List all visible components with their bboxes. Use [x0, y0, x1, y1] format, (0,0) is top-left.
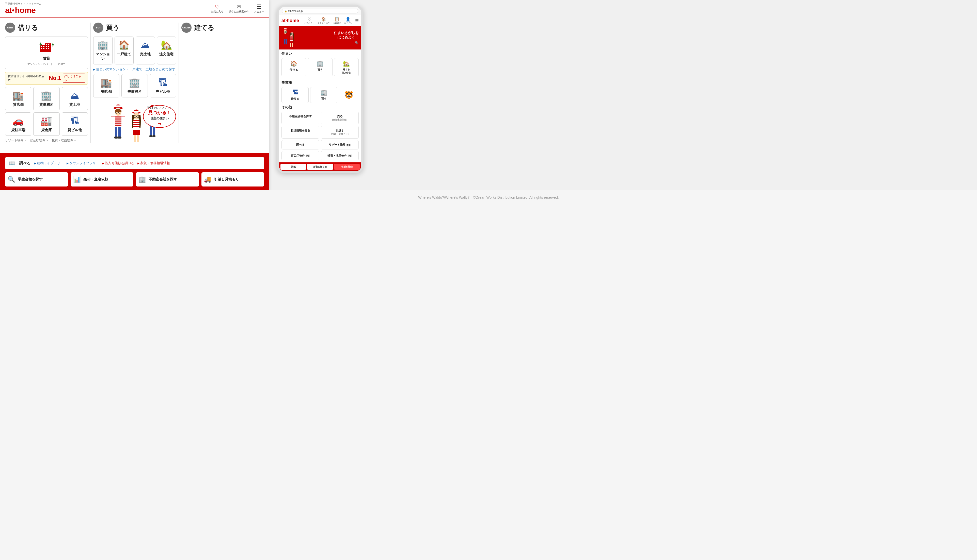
phone-biz-rent-card[interactable]: 🏗 借りる	[281, 87, 309, 103]
rent-building-card[interactable]: 🏗 貸ビル他	[62, 112, 88, 136]
phone-buy-card[interactable]: 🏢 買う	[308, 58, 332, 77]
truck-icon: 🚚	[204, 176, 212, 183]
research-links: 建物ライブラリー タウンライブラリー 借入可能額を調べる 家賃・価格相場情報	[34, 161, 170, 165]
svg-marker-12	[39, 42, 42, 45]
svg-rect-19	[116, 107, 120, 108]
student-hall-label: 学生会館を探す	[18, 177, 43, 182]
price-info-link[interactable]: 家賃・価格相場情報	[137, 161, 170, 165]
svg-rect-49	[133, 124, 139, 125]
buy-custom-card[interactable]: 🏡 注文住宅	[157, 37, 176, 65]
buy-office-card[interactable]: 🏢 売事務所	[121, 74, 147, 97]
rent-badge: RENT	[5, 23, 15, 33]
sell-appraise-card[interactable]: 📊 売却・査定依頼	[70, 172, 134, 187]
rent-land-card[interactable]: ⛰ 貸土地	[62, 87, 88, 110]
phone-research-btn[interactable]: 調べる	[281, 140, 320, 150]
rent-parking-card[interactable]: 🚗 貸駐車場	[5, 112, 31, 136]
rent-office-label: 貸事務所	[39, 103, 54, 107]
header-left: 不動産情報サイト アットホーム at home	[5, 2, 42, 15]
buy-house-card[interactable]: 🏠 一戸建て	[115, 37, 134, 65]
saved-search-nav[interactable]: ✉ 保存した検索条件	[229, 4, 249, 13]
site-header: 不動産情報サイト アットホーム at home ♡ お気に入り ✉ 保存した検索…	[0, 0, 269, 18]
logo[interactable]: at home	[5, 6, 42, 15]
logo-dot	[12, 9, 14, 12]
gov-link[interactable]: 官公庁物件	[30, 138, 48, 143]
phone-market-btn[interactable]: 相場情報を見る	[281, 126, 320, 138]
bottom-section: 📖 調べる 建物ライブラリー タウンライブラリー 借入可能額を調べる 家賃・価格…	[0, 153, 269, 190]
phone-house-icon: 🏠	[290, 60, 297, 67]
phone-sell-btn[interactable]: 売る (売却査定依頼)	[321, 112, 359, 124]
phone-biz-buy-card[interactable]: 🏢 買う	[310, 87, 337, 103]
phone-logo[interactable]: at·home	[281, 18, 299, 23]
phone-listing-btn[interactable]: 掲載	[281, 164, 306, 170]
phone-fav-icon[interactable]: ♡ お気に入り	[304, 17, 315, 25]
phone-move-btn[interactable]: 引越す (引越し見積もり)	[321, 126, 359, 138]
phone-resort-btn[interactable]: リゾート物件 PC	[321, 140, 359, 150]
phone-nav-icons: ♡ お気に入り 🏠 最近見た物件 📋 検索履歴 👤 ログイン	[304, 17, 359, 25]
no1-detail-link[interactable]: 詳しくはこちら	[63, 73, 85, 83]
svg-rect-52	[134, 135, 136, 142]
phone-gov-btn[interactable]: 官公庁物件 PC	[281, 151, 320, 160]
phone-custom-icon: 🏡	[343, 60, 350, 67]
phone-build-card[interactable]: 🏡 建てる(注文住宅)	[334, 58, 359, 77]
warehouse-icon: 🏭	[41, 116, 52, 127]
moving-quote-card[interactable]: 🚚 引越し見積もり	[201, 172, 264, 187]
sell-appraise-label: 売却・査定依頼	[83, 177, 108, 182]
buy-land-label: 売土地	[140, 52, 151, 57]
svg-rect-89	[291, 31, 293, 32]
student-hall-card[interactable]: 🔍 学生会館を探す	[5, 172, 68, 187]
rent-main-card[interactable]: 賃貸 マンション・アパート・一戸建て	[5, 37, 88, 69]
buy-shop-card[interactable]: 🏬 売店舗	[93, 74, 119, 97]
research-label: 調べる	[19, 161, 30, 166]
svg-rect-86	[284, 39, 285, 44]
svg-rect-9	[48, 46, 49, 47]
favorites-nav[interactable]: ♡ お気に入り	[211, 4, 224, 13]
phone-biz-rent-icon: 🏗	[293, 89, 298, 96]
phone-history-icon[interactable]: 📋 検索履歴	[333, 17, 341, 25]
phone-rent-card[interactable]: 🏠 借りる	[281, 58, 306, 77]
menu-nav[interactable]: ☰ メニュー	[254, 3, 264, 14]
rent-office-card[interactable]: 🏢 貸事務所	[33, 87, 59, 110]
buy-office-label: 売事務所	[127, 90, 142, 94]
build-column: ORDER 建てる	[179, 23, 264, 143]
svg-rect-90	[291, 32, 293, 32]
no1-text: 賃貸情報サイト掲載不動産店数	[8, 74, 47, 82]
buy-land-card[interactable]: ⛰ 売土地	[136, 37, 155, 65]
pc-tag3: PC	[348, 155, 352, 157]
svg-rect-27	[115, 120, 121, 122]
invest-link[interactable]: 投資・収益物件	[52, 138, 76, 143]
build-badge: ORDER	[181, 23, 192, 33]
svg-rect-34	[115, 127, 117, 137]
svg-rect-28	[115, 123, 121, 123]
phone-find-realtor-btn[interactable]: 不動産会社を探す	[281, 112, 320, 124]
rent-shop-card[interactable]: 🏬 貸店舗	[5, 87, 31, 110]
phone-news-btn[interactable]: 新着お知らせ	[307, 164, 333, 170]
library-link[interactable]: 建物ライブラリー	[34, 161, 64, 165]
heart-icon: ♡	[215, 4, 219, 10]
phone-banner: 住まいさがしをはじめよう！ 🔍	[279, 27, 361, 50]
buy-mansion-card[interactable]: 🏢 マンション	[93, 37, 112, 65]
resort-link[interactable]: リゾート物件	[5, 138, 26, 143]
phone-menu-icon[interactable]: ☰	[355, 18, 359, 23]
rent-warehouse-label: 貸倉庫	[41, 128, 52, 132]
buy-building-card[interactable]: 🏗 売ビル他	[150, 74, 176, 97]
phone-recent-icon[interactable]: 🏠 最近見た物件	[318, 17, 330, 25]
buy-mansion-label: マンション	[95, 52, 110, 61]
svg-rect-85	[284, 38, 287, 39]
phone-register-btn[interactable]: 希望を登録	[334, 164, 360, 170]
url-bar[interactable]: 🔒 athome.co.jp	[282, 8, 358, 13]
svg-rect-13	[40, 45, 41, 47]
office-icon: 🏢	[41, 90, 52, 101]
find-realtor-card[interactable]: 🏢 不動産会社を探す	[136, 172, 199, 187]
rent-warehouse-card[interactable]: 🏭 貸倉庫	[33, 112, 59, 136]
town-library-link[interactable]: タウンライブラリー	[67, 161, 99, 165]
svg-rect-36	[114, 137, 118, 138]
svg-rect-37	[118, 137, 121, 138]
svg-rect-4	[43, 48, 44, 49]
phone-login-icon[interactable]: 👤 ログイン	[344, 17, 352, 25]
combined-search-link[interactable]: 住まいのマンション・一戸建て・土地をまとめて探す	[93, 67, 176, 72]
other-title: その他	[281, 105, 359, 110]
loan-calc-link[interactable]: 借入可能額を調べる	[102, 161, 135, 165]
buy-building-icon: 🏗	[158, 77, 167, 88]
phone-invest-btn[interactable]: 投資・収益物件 PC	[321, 151, 359, 160]
research-bar: 📖 調べる 建物ライブラリー タウンライブラリー 借入可能額を調べる 家賃・価格…	[5, 157, 264, 169]
